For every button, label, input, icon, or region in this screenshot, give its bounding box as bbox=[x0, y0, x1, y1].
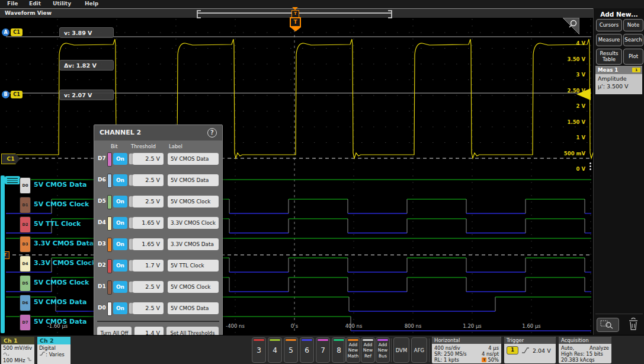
bit-label-input[interactable]: 5V CMOS Data bbox=[168, 302, 219, 314]
dialog-row-d6: D6On2.5 V5V CMOS Data bbox=[94, 173, 222, 188]
ch1-bandwidth: 100 MHz bbox=[3, 357, 25, 363]
dialog-column-bit: Bit bbox=[111, 143, 118, 149]
add-new-plot-button[interactable]: Plot bbox=[623, 49, 643, 65]
add-color-stripe bbox=[348, 339, 358, 341]
bit-threshold-input[interactable]: 1.65 V bbox=[133, 238, 164, 250]
digital-channel-name-d4[interactable]: 3.3V CMOS Clock bbox=[34, 259, 96, 267]
meas1-source-badge: 1 bbox=[632, 68, 640, 72]
digital-bit-badge-d5[interactable]: D5 bbox=[20, 275, 31, 292]
bit-on-button[interactable]: On bbox=[113, 153, 127, 165]
trigger-flag-icon[interactable]: T bbox=[290, 17, 301, 27]
digital-channel-name-d0[interactable]: 5V CMOS Data bbox=[34, 181, 86, 189]
digital-bit-badge-d0[interactable]: D0 bbox=[20, 177, 31, 194]
bit-on-button[interactable]: On bbox=[113, 260, 127, 272]
add-new-bus-button[interactable]: Add New Bus bbox=[376, 337, 390, 363]
cursor-b-readout[interactable]: v: 2.07 V bbox=[59, 90, 114, 100]
acquisition-count: 20.383 kAcqs bbox=[561, 357, 609, 363]
cursor-b-badge[interactable]: B bbox=[2, 91, 9, 98]
bit-threshold-input[interactable]: 2.5 V bbox=[133, 281, 164, 293]
ch1-badge[interactable]: Ch 1 500 mV/div 100 MHz bbox=[1, 337, 34, 364]
cursor-a-readout[interactable]: v: 3.89 V bbox=[59, 27, 114, 38]
cursor-b-channel-badge[interactable]: C1 bbox=[11, 91, 23, 98]
bit-label: D0 bbox=[98, 305, 106, 311]
channel-color-stripe bbox=[318, 339, 328, 341]
bit-label-input[interactable]: 3.3V CMOS Data bbox=[168, 238, 219, 250]
menu-item-help[interactable]: Help bbox=[85, 1, 98, 7]
acquisition-panel[interactable]: Acquisition Auto, Analyze High Res: 15 b… bbox=[559, 337, 611, 363]
channel2-dialog: CHANNEL 2 ? BitThresholdLabel D7On2.5 V5… bbox=[94, 124, 223, 336]
meas1-header[interactable]: Meas 1 1 bbox=[595, 66, 642, 74]
bit-label-input[interactable]: 5V CMOS Data bbox=[168, 153, 219, 165]
bit-label-input[interactable]: 5V CMOS Data bbox=[168, 174, 219, 186]
digital-bit-badge-d7[interactable]: D7 bbox=[20, 314, 31, 331]
channel-3-button[interactable]: 3 bbox=[252, 337, 266, 363]
channel-color-stripe bbox=[302, 339, 312, 341]
dialog-row-d2: D2On1.7 V5V TTL Clock bbox=[94, 258, 222, 273]
digital-bit-badge-d4[interactable]: D4 bbox=[20, 256, 31, 272]
afg-button[interactable]: AFG bbox=[411, 337, 427, 363]
bit-on-button[interactable]: On bbox=[113, 281, 127, 293]
x-axis-label: -1.60 µs bbox=[40, 323, 75, 329]
bit-on-button[interactable]: On bbox=[113, 196, 127, 207]
bit-on-button[interactable]: On bbox=[113, 174, 127, 186]
trigger-panel[interactable]: Trigger 1 2.04 V bbox=[504, 337, 556, 363]
bit-on-button[interactable]: On bbox=[113, 302, 127, 314]
menu-item-file[interactable]: File bbox=[7, 1, 18, 7]
tab-waveform-view[interactable]: Waveform View bbox=[5, 10, 52, 16]
bit-label-input[interactable]: 5V TTL Clock bbox=[168, 260, 219, 272]
digital-channel-name-d6[interactable]: 5V CMOS Data bbox=[34, 298, 86, 306]
add-new-note-button[interactable]: Note bbox=[623, 19, 643, 31]
digital-channel-name-d2[interactable]: 5V TTL Clock bbox=[34, 220, 81, 228]
menu-item-edit[interactable]: Edit bbox=[29, 1, 41, 7]
cursor-delta-readout[interactable]: Δv: 1.82 V bbox=[59, 60, 114, 71]
digital-channel-name-d1[interactable]: 5V CMOS Clock bbox=[34, 200, 89, 208]
menu-item-utility[interactable]: Utility bbox=[53, 1, 71, 7]
bit-label-input[interactable]: 5V CMOS Clock bbox=[168, 281, 219, 293]
trigger-position-icon: T bbox=[482, 357, 486, 362]
bit-on-button[interactable]: On bbox=[113, 238, 127, 250]
add-new-ref-button[interactable]: Add New Ref bbox=[361, 337, 375, 363]
add-new-cursors-button[interactable]: Cursors bbox=[596, 19, 622, 31]
digital-bit-badge-d2[interactable]: D2 bbox=[20, 216, 31, 233]
bit-label-input[interactable]: 3.3V CMOS Clock bbox=[168, 217, 219, 229]
add-new-measure-button[interactable]: Measure bbox=[596, 34, 622, 46]
channel-4-button[interactable]: 4 bbox=[268, 337, 282, 363]
channel-5-button[interactable]: 5 bbox=[284, 337, 298, 363]
digital-bit-badge-d1[interactable]: D1 bbox=[20, 197, 31, 213]
help-icon[interactable]: ? bbox=[207, 128, 217, 138]
bit-on-button[interactable]: On bbox=[113, 217, 127, 229]
cursor-a-badge[interactable]: A bbox=[2, 28, 9, 36]
ch2-title: Ch 2 bbox=[37, 337, 71, 344]
digital-group-handle[interactable] bbox=[5, 176, 20, 184]
digital-bit-badge-d6[interactable]: D6 bbox=[20, 295, 31, 311]
meas1-body[interactable]: Amplitude µ': 3.500 V bbox=[595, 74, 642, 94]
meas1-name: Amplitude bbox=[598, 75, 640, 83]
bit-label-input[interactable]: 5V CMOS Clock bbox=[168, 196, 219, 207]
horizontal-panel[interactable]: Horizontal 400 ns/div4 µsSR: 250 MS/s4 n… bbox=[432, 337, 501, 363]
cursor-a-channel-badge[interactable]: C1 bbox=[11, 28, 23, 36]
bit-threshold-input[interactable]: 1.65 V bbox=[133, 217, 164, 229]
bit-threshold-input[interactable]: 2.5 V bbox=[133, 153, 164, 165]
bit-threshold-input[interactable]: 2.5 V bbox=[133, 302, 164, 314]
dvm-button[interactable]: DVM bbox=[393, 337, 409, 363]
digital-bit-badge-d3[interactable]: D3 bbox=[20, 236, 31, 253]
channel-7-button[interactable]: 7 bbox=[316, 337, 330, 363]
x-axis-label: 1.60 µs bbox=[514, 323, 549, 329]
dialog-row-d3: D3On1.65 V3.3V CMOS Data bbox=[94, 237, 222, 252]
bit-threshold-input[interactable]: 2.5 V bbox=[133, 196, 164, 207]
digital-channel-name-d5[interactable]: 5V CMOS Clock bbox=[34, 279, 89, 286]
digital-channel-name-d3[interactable]: 3.3V CMOS Data bbox=[34, 240, 94, 247]
add-new-math-button[interactable]: Add New Math bbox=[346, 337, 360, 363]
bit-threshold-input[interactable]: 1.7 V bbox=[133, 260, 164, 272]
add-new-results-table-button[interactable]: Results Table bbox=[596, 49, 622, 65]
bit-label: D5 bbox=[98, 198, 106, 204]
dialog-row-d7: D7On2.5 V5V CMOS Data bbox=[94, 151, 222, 167]
trash-button[interactable] bbox=[626, 317, 640, 332]
add-new-search-button[interactable]: Search bbox=[623, 34, 643, 46]
ch2-badge[interactable]: Ch 2 Digital : Varies bbox=[37, 337, 71, 364]
channel-6-button[interactable]: 6 bbox=[300, 337, 314, 363]
bit-threshold-input[interactable]: 2.5 V bbox=[133, 174, 164, 186]
view-splitter-handle[interactable] bbox=[588, 161, 592, 174]
zoom-corner-icon[interactable] bbox=[562, 18, 579, 36]
zoom-box-button[interactable] bbox=[597, 318, 619, 332]
